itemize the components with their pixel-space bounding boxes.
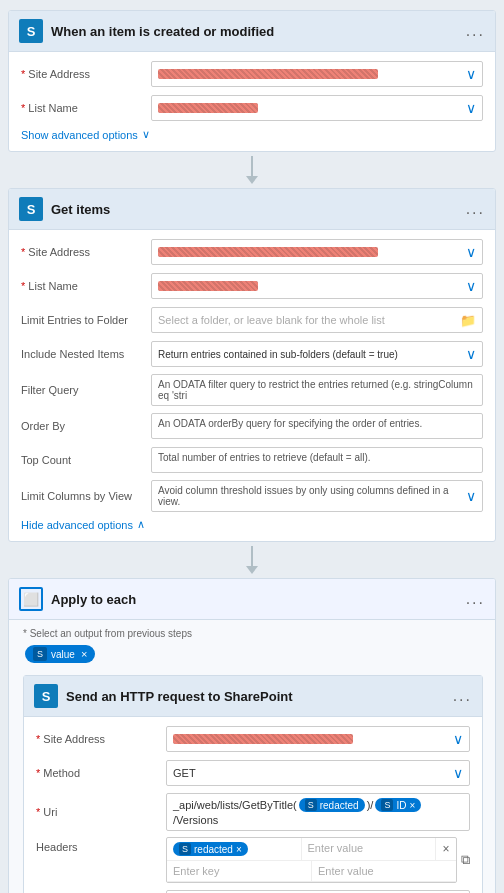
- trigger-site-address-dropdown[interactable]: ∨: [151, 61, 483, 87]
- uri-tag-id-close[interactable]: ×: [409, 800, 415, 811]
- header-key-1[interactable]: S redacted ×: [167, 838, 302, 860]
- top-count-field[interactable]: Total number of entries to retrieve (def…: [151, 447, 483, 473]
- send-http-header: S Send an HTTP request to SharePoint ...: [24, 676, 482, 717]
- trigger-list-name-label: * List Name: [21, 102, 151, 114]
- apply-to-each-menu-button[interactable]: ...: [466, 590, 485, 608]
- header-row-close-button[interactable]: ×: [436, 838, 456, 860]
- get-items-body: * Site Address ∨ * List Name ∨: [9, 230, 495, 541]
- trigger-icon: S: [19, 19, 43, 43]
- get-items-list-name-row: * List Name ∨: [21, 272, 483, 300]
- tag-close-button[interactable]: ×: [81, 648, 87, 660]
- tag-label: value: [51, 649, 75, 660]
- show-advanced-label: Show advanced options: [21, 129, 138, 141]
- apply-tags-container: S value ×: [23, 643, 481, 665]
- chevron-down-icon: ∨: [466, 244, 476, 260]
- header-value-2[interactable]: Enter value: [312, 861, 456, 881]
- apply-to-each-title: Apply to each: [51, 592, 458, 607]
- uri-tag-label-1: redacted: [320, 800, 359, 811]
- limit-columns-row: Limit Columns by View Avoid column thres…: [21, 480, 483, 512]
- apply-to-each-header: ⬜ Apply to each ...: [9, 579, 495, 620]
- folder-icon: 📁: [460, 313, 476, 328]
- uri-tag-id-icon: S: [381, 799, 393, 811]
- http-headers-row: Headers S redacted ×: [36, 837, 470, 883]
- send-http-menu-button[interactable]: ...: [453, 687, 472, 705]
- chevron-down-icon: ∨: [453, 731, 463, 747]
- http-uri-row: * Uri _api/web/lists/GetByTitle( S redac…: [36, 793, 470, 831]
- send-http-title: Send an HTTP request to SharePoint: [66, 689, 445, 704]
- include-nested-label: Include Nested Items: [21, 348, 151, 360]
- chevron-down-icon: ∨: [466, 278, 476, 294]
- header-value-1[interactable]: Enter value: [302, 838, 437, 860]
- tag-icon: S: [33, 647, 47, 661]
- limit-columns-dropdown[interactable]: Avoid column threshold issues by only us…: [151, 480, 483, 512]
- trigger-list-name-dropdown[interactable]: ∨: [151, 95, 483, 121]
- header-tag-close[interactable]: ×: [236, 844, 242, 855]
- http-site-address-row: * Site Address ∨: [36, 725, 470, 753]
- copy-icon[interactable]: ⧉: [461, 852, 470, 868]
- http-uri-value: _api/web/lists/GetByTitle( S redacted )/…: [166, 793, 470, 831]
- uri-text-1: _api/web/lists/GetByTitle(: [173, 799, 297, 811]
- top-count-value: Total number of entries to retrieve (def…: [151, 447, 483, 473]
- filter-query-row: Filter Query An ODATA filter query to re…: [21, 374, 483, 406]
- order-by-field[interactable]: An ODATA orderBy query for specifying th…: [151, 413, 483, 439]
- send-http-request-card: S Send an HTTP request to SharePoint ...…: [23, 675, 483, 893]
- connector-arrow-2: [246, 542, 258, 578]
- get-items-list-name-redacted: [158, 281, 258, 291]
- http-method-text: GET: [173, 767, 196, 779]
- limit-entries-placeholder: Select a folder, or leave blank for the …: [158, 314, 385, 326]
- trigger-site-address-label: * Site Address: [21, 68, 151, 80]
- get-items-menu-button[interactable]: ...: [466, 200, 485, 218]
- hide-advanced-label: Hide advanced options: [21, 519, 133, 531]
- show-advanced-options-button[interactable]: Show advanced options ∨: [21, 128, 483, 141]
- get-items-list-name-label: * List Name: [21, 280, 151, 292]
- http-uri-field[interactable]: _api/web/lists/GetByTitle( S redacted )/…: [166, 793, 470, 831]
- get-items-site-address-dropdown[interactable]: ∨: [151, 239, 483, 265]
- header-tag-icon: S: [179, 843, 191, 855]
- trigger-header: S When an item is created or modified ..…: [9, 11, 495, 52]
- header-key-tag: S redacted ×: [173, 842, 248, 856]
- select-output-label: * Select an output from previous steps: [23, 628, 481, 639]
- connector-line: [251, 156, 253, 176]
- chevron-down-icon: ∨: [453, 765, 463, 781]
- http-body-row: Body S redacted ×: [36, 889, 470, 893]
- apply-value-tag[interactable]: S value ×: [25, 645, 95, 663]
- header-row-1: S redacted × Enter value ×: [167, 838, 456, 861]
- chevron-down-icon: ∨: [466, 488, 476, 504]
- get-items-site-address-value: ∨: [151, 239, 483, 265]
- trigger-list-name-value: ∨: [151, 95, 483, 121]
- connector-arrowhead: [246, 176, 258, 184]
- trigger-title: When an item is created or modified: [51, 24, 458, 39]
- get-items-list-name-dropdown[interactable]: ∨: [151, 273, 483, 299]
- include-nested-text: Return entries contained in sub-folders …: [158, 349, 398, 360]
- get-items-site-address-redacted: [158, 247, 378, 257]
- trigger-menu-button[interactable]: ...: [466, 22, 485, 40]
- header-key-2[interactable]: Enter key: [167, 861, 312, 881]
- top-count-label: Top Count: [21, 454, 151, 466]
- connector-arrow-1: [246, 152, 258, 188]
- limit-entries-folder-field[interactable]: Select a folder, or leave blank for the …: [151, 307, 483, 333]
- limit-entries-value: Select a folder, or leave blank for the …: [151, 307, 483, 333]
- top-count-row: Top Count Total number of entries to ret…: [21, 446, 483, 474]
- limit-columns-text: Avoid column threshold issues by only us…: [158, 485, 466, 507]
- hide-advanced-options-button[interactable]: Hide advanced options ∧: [21, 518, 483, 531]
- get-items-icon: S: [19, 197, 43, 221]
- flow-container: S When an item is created or modified ..…: [0, 0, 504, 893]
- apply-to-each-body: * Select an output from previous steps S…: [9, 620, 495, 893]
- limit-columns-label: Limit Columns by View: [21, 490, 151, 502]
- include-nested-dropdown[interactable]: Return entries contained in sub-folders …: [151, 341, 483, 367]
- get-items-title: Get items: [51, 202, 458, 217]
- chevron-down-icon: ∨: [142, 128, 150, 141]
- filter-query-field[interactable]: An ODATA filter query to restrict the en…: [151, 374, 483, 406]
- filter-query-value: An ODATA filter query to restrict the en…: [151, 374, 483, 406]
- apply-to-each-card: ⬜ Apply to each ... * Select an output f…: [8, 578, 496, 893]
- chevron-down-icon: ∨: [466, 66, 476, 82]
- chevron-up-icon: ∧: [137, 518, 145, 531]
- order-by-label: Order By: [21, 420, 151, 432]
- uri-tag-icon: S: [305, 799, 317, 811]
- http-site-address-dropdown[interactable]: ∨: [166, 726, 470, 752]
- limit-entries-row: Limit Entries to Folder Select a folder,…: [21, 306, 483, 334]
- http-method-dropdown[interactable]: GET ∨: [166, 760, 470, 786]
- trigger-body: * Site Address ∨ * List Name ∨: [9, 52, 495, 151]
- connector-line: [251, 546, 253, 566]
- connector-arrowhead: [246, 566, 258, 574]
